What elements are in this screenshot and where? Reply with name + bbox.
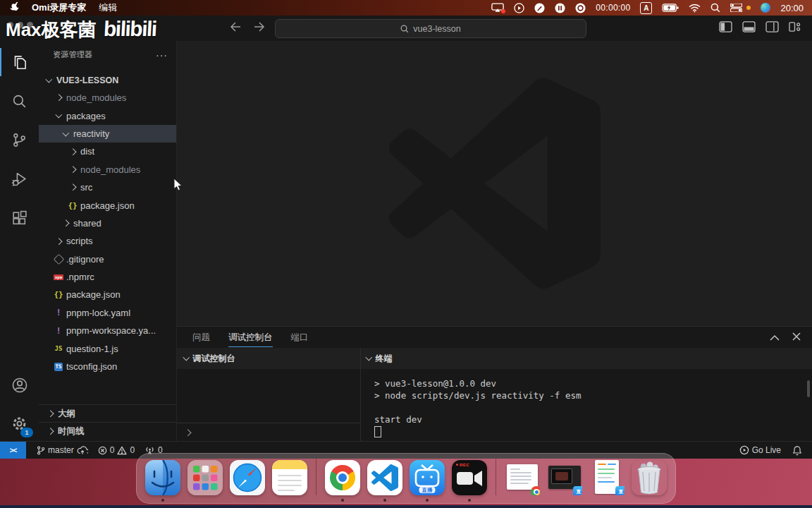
- window-zoom-button[interactable]: [27, 22, 33, 28]
- settings-gear-icon[interactable]: 1: [0, 408, 39, 439]
- tree-item-label: reactivity: [73, 128, 109, 139]
- git-branch-item[interactable]: master: [36, 445, 88, 456]
- tree-item-package.json[interactable]: {}package.json: [39, 196, 176, 214]
- menubar-edit-menu[interactable]: 编辑: [99, 1, 117, 14]
- command-center-search[interactable]: vue3-lesson: [275, 19, 586, 38]
- nav-back-button[interactable]: [230, 22, 241, 35]
- menubar-app-name[interactable]: Omi录屏专家: [32, 1, 86, 14]
- dock-item-finder[interactable]: [145, 460, 180, 495]
- menubar-clock[interactable]: 20:00: [780, 3, 804, 13]
- tree-item-question-1.js[interactable]: JSquestion-1.js: [39, 339, 176, 357]
- problems-item[interactable]: 0 0: [98, 445, 135, 455]
- dock-item-trash-full[interactable]: [632, 460, 667, 495]
- json-file-icon: {}: [54, 290, 63, 299]
- window-close-button[interactable]: [7, 22, 13, 28]
- tree-item-scripts[interactable]: scripts: [39, 232, 176, 250]
- tree-item-nodemodules[interactable]: node_modules: [39, 89, 176, 107]
- explorer-icon[interactable]: [0, 47, 39, 78]
- nav-forward-button[interactable]: [254, 22, 265, 35]
- terminal-section-header[interactable]: 终端: [361, 348, 812, 369]
- control-center-icon[interactable]: [730, 4, 742, 12]
- record-circle-icon[interactable]: [575, 3, 586, 13]
- tree-item-tsconfig.json[interactable]: TStsconfig.json: [39, 358, 176, 375]
- window-minimize-button[interactable]: [17, 22, 23, 28]
- play-circle-icon[interactable]: [514, 3, 524, 13]
- input-method-icon[interactable]: A: [640, 2, 652, 14]
- remote-indicator[interactable]: ><: [0, 442, 26, 459]
- tree-item-pnpm-workspace.ya...[interactable]: !pnpm-workspace.ya...: [39, 322, 176, 339]
- tree-item-.npmrc[interactable]: npm.npmrc: [39, 268, 176, 286]
- trash-full-icon: [632, 460, 667, 495]
- spotlight-search-icon[interactable]: [710, 3, 720, 13]
- chevron-right-icon: [69, 184, 75, 190]
- pause-circle-icon[interactable]: [555, 3, 565, 13]
- explorer-more-actions-icon[interactable]: ···: [156, 52, 168, 58]
- notifications-bell-icon[interactable]: [792, 445, 802, 456]
- activity-bar: 1: [0, 41, 39, 442]
- yaml-file-icon: !: [56, 326, 61, 336]
- panel-tab-ports[interactable]: 端口: [291, 327, 309, 348]
- tree-item-pnpm-lock.yaml[interactable]: !pnpm-lock.yaml: [39, 304, 176, 322]
- dock-item-vscode[interactable]: [367, 460, 402, 495]
- account-icon[interactable]: [0, 370, 39, 401]
- debug-console-input[interactable]: [177, 423, 360, 442]
- bilibili-live-icon: 直播: [410, 460, 445, 495]
- dock-item-bilibili-live[interactable]: 直播: [410, 460, 445, 495]
- dock-item-chrome[interactable]: [325, 460, 360, 495]
- tree-item-packages[interactable]: packages: [39, 107, 176, 124]
- run-and-debug-icon[interactable]: [0, 163, 39, 194]
- wifi-icon[interactable]: [689, 4, 701, 13]
- customize-layout-icon[interactable]: [789, 21, 801, 35]
- tree-item-reactivity[interactable]: reactivity: [39, 125, 176, 143]
- chevron-right-icon: [55, 238, 61, 244]
- panel-close-icon[interactable]: [792, 331, 801, 344]
- timeline-section[interactable]: 时间线: [39, 422, 176, 440]
- source-control-icon[interactable]: [0, 124, 39, 155]
- tree-item-shared[interactable]: shared: [39, 214, 176, 232]
- tree-root-folder[interactable]: VUE3-LESSON: [39, 71, 176, 89]
- toggle-panel-icon[interactable]: [742, 21, 756, 35]
- go-live-item[interactable]: Go Live: [739, 445, 781, 455]
- dock-divider: [496, 459, 496, 495]
- panel-tab-debug-console[interactable]: 调试控制台: [228, 327, 273, 348]
- dock-item-minimized-live-window[interactable]: 直: [547, 460, 582, 495]
- dock-item-launchpad[interactable]: [187, 460, 223, 495]
- battery-icon[interactable]: [662, 4, 679, 12]
- draw-circle-icon[interactable]: [534, 3, 545, 13]
- debug-console-section-header[interactable]: 调试控制台: [177, 348, 360, 369]
- terminal-output[interactable]: > vue3-lesson@1.0.0 dev> node scripts/de…: [374, 377, 805, 437]
- tree-item-src[interactable]: src: [39, 179, 176, 196]
- extensions-icon[interactable]: [0, 202, 39, 234]
- tree-item-label: package.json: [80, 200, 135, 211]
- toggle-secondary-sidebar-icon[interactable]: [765, 21, 779, 35]
- editor-empty-area[interactable]: [177, 41, 812, 326]
- siri-icon[interactable]: [761, 3, 770, 13]
- dock-item-minimized-chrome-window[interactable]: [505, 460, 540, 495]
- tree-item-label: VUE3-LESSON: [56, 75, 118, 85]
- toggle-sidebar-icon[interactable]: [719, 21, 732, 35]
- vscode-window: vue3-lesson: [0, 16, 812, 459]
- panel-tab-problems[interactable]: 问题: [192, 327, 210, 348]
- dock-item-minimized-notes-window[interactable]: 直: [589, 460, 625, 495]
- tree-item-dist[interactable]: dist: [39, 143, 176, 160]
- settings-badge: 1: [20, 428, 33, 437]
- tree-item-label: pnpm-workspace.ya...: [66, 325, 156, 336]
- dock-item-screen-recorder[interactable]: REC: [452, 460, 487, 495]
- dock-item-safari[interactable]: [230, 460, 265, 495]
- terminal-header-label: 终端: [376, 353, 393, 365]
- apple-menu-icon[interactable]: [10, 1, 19, 14]
- ts-file-icon: TS: [54, 363, 63, 371]
- debug-console-header-label: 调试控制台: [193, 353, 235, 365]
- screen-mirroring-icon[interactable]: [491, 3, 504, 13]
- search-icon[interactable]: [0, 85, 39, 116]
- dock-item-notes[interactable]: [272, 460, 307, 495]
- tree-item-nodemodules[interactable]: node_modules: [39, 161, 176, 179]
- chevron-right-icon: [62, 220, 68, 226]
- terminal-scrollbar[interactable]: [807, 380, 810, 397]
- notification-dot: [746, 6, 751, 10]
- panel-maximize-icon[interactable]: [770, 331, 780, 344]
- outline-section[interactable]: 大纲: [39, 404, 176, 423]
- tree-item-package.json[interactable]: {}package.json: [39, 286, 176, 303]
- dock: 直播REC直直: [136, 453, 676, 504]
- tree-item-.gitignore[interactable]: .gitignore: [39, 250, 176, 268]
